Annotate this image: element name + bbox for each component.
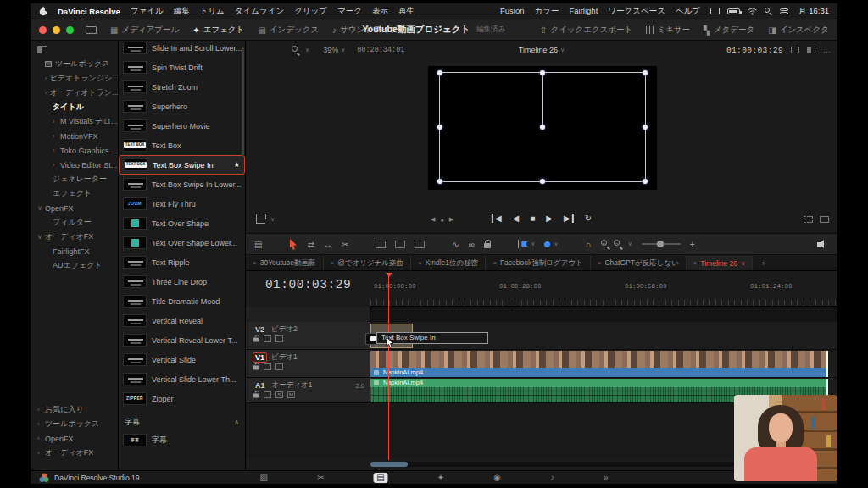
sidebar-item[interactable]: ›お気に入り bbox=[31, 402, 118, 417]
metadata-button[interactable]: ▚メタデータ bbox=[704, 25, 754, 36]
sidebar-item[interactable]: ›Toko Graphics ... bbox=[31, 143, 118, 158]
title-item[interactable]: Title Dramatic Mood bbox=[119, 291, 245, 311]
last-frame-button[interactable]: ▶ bbox=[564, 214, 574, 223]
current-frame-icon[interactable]: ● bbox=[440, 217, 443, 223]
fullscreen-icon[interactable] bbox=[820, 216, 829, 223]
add-button[interactable]: + bbox=[690, 240, 695, 249]
transform-handle[interactable] bbox=[643, 179, 648, 184]
page-media-icon[interactable]: ▧ bbox=[260, 473, 268, 482]
sidebar-item[interactable]: フィルター bbox=[31, 215, 118, 230]
stop-button[interactable]: ■ bbox=[530, 214, 535, 223]
timeline-selector[interactable]: Timeline 26∨ bbox=[519, 46, 565, 54]
title-item[interactable]: Superhero Movie bbox=[119, 116, 245, 136]
maximize-window-button[interactable] bbox=[66, 26, 74, 34]
timeline-tab[interactable]: ×@でオリジナル楽曲 bbox=[324, 256, 412, 270]
title-item[interactable]: Text Over Shape Lower... bbox=[119, 233, 245, 252]
zoom-out-icon[interactable]: − bbox=[614, 240, 623, 249]
close-tab-icon[interactable]: × bbox=[418, 259, 422, 267]
transform-handle[interactable] bbox=[437, 125, 442, 130]
close-tab-icon[interactable]: × bbox=[598, 259, 602, 267]
close-window-button[interactable] bbox=[39, 26, 47, 34]
timeline-tab[interactable]: ×30Youtube動画新 bbox=[246, 256, 324, 270]
title-item[interactable]: Text Over Shape bbox=[119, 214, 245, 233]
sidebar-item[interactable]: エフェクト bbox=[31, 186, 118, 201]
track-enable-icon[interactable] bbox=[275, 336, 283, 342]
favorite-star-icon[interactable]: ★ bbox=[234, 161, 240, 169]
titles-scrollbar[interactable] bbox=[242, 47, 244, 156]
menubar-menu[interactable]: ファイル bbox=[131, 6, 164, 17]
replace-clip-icon[interactable] bbox=[415, 241, 425, 248]
track-lock-icon[interactable] bbox=[253, 366, 259, 370]
timeline-tab[interactable]: ×Timeline 26∨ bbox=[687, 256, 753, 270]
viewer-options-icon[interactable]: … bbox=[823, 46, 831, 54]
close-tab-icon[interactable]: × bbox=[331, 259, 335, 267]
viewer-zoom-select[interactable]: 39%∨ bbox=[323, 46, 345, 54]
sidebar-item[interactable]: ›ビデオトランジシ... bbox=[31, 71, 118, 86]
track-header-a1[interactable]: A1 オーディオ1 2.0 S M bbox=[246, 378, 370, 402]
title-item[interactable]: Spin Twist Drift bbox=[119, 58, 245, 77]
sidebar-item[interactable]: ›オーディオFX bbox=[31, 446, 118, 460]
playhead[interactable] bbox=[388, 273, 389, 460]
title-item[interactable]: 字幕字幕 bbox=[119, 430, 245, 450]
sidebar-item[interactable]: ›M Visuals テロ... bbox=[31, 114, 118, 129]
first-frame-button[interactable]: ◀ bbox=[492, 214, 502, 223]
menubar-clock[interactable]: 月 16:31 bbox=[798, 6, 829, 17]
menubar-menu[interactable]: マーク bbox=[337, 6, 362, 17]
title-item[interactable]: Vertical Reveal Lower T... bbox=[119, 330, 245, 350]
sidebar-item[interactable]: ›OpenFX bbox=[31, 431, 118, 446]
viewer-mode-button[interactable]: ∨ bbox=[256, 214, 275, 224]
menubar-menu[interactable]: Fusion bbox=[500, 6, 525, 17]
title-item[interactable]: Three Line Drop bbox=[119, 272, 245, 291]
sidebar-item[interactable]: ジェネレーター bbox=[31, 172, 118, 186]
transform-handle[interactable] bbox=[437, 179, 442, 184]
solo-button[interactable]: S bbox=[275, 391, 283, 398]
menubar-menu[interactable]: ヘルプ bbox=[676, 6, 700, 17]
auto-select-icon[interactable] bbox=[264, 391, 271, 398]
spotlight-icon[interactable] bbox=[765, 8, 772, 15]
title-item[interactable]: TEXT BOXText Box Swipe In★ bbox=[119, 155, 245, 175]
zoom-in-icon[interactable]: + bbox=[601, 240, 610, 249]
single-viewer-icon[interactable] bbox=[791, 47, 799, 53]
transform-handle[interactable] bbox=[643, 70, 648, 75]
trim-edit-tool-icon[interactable]: ⇄ bbox=[307, 240, 314, 249]
track-enable-icon[interactable] bbox=[275, 363, 283, 370]
link-clips-icon[interactable]: ∞ bbox=[469, 240, 475, 249]
zoom-slider[interactable] bbox=[642, 243, 681, 245]
loop-button[interactable]: ↻ bbox=[585, 214, 592, 223]
quick-export-button[interactable]: ⇧クイックエクスポート bbox=[540, 25, 632, 36]
page-fusion-icon[interactable]: ✦ bbox=[437, 473, 444, 482]
title-item[interactable]: Slide In and Scroll Lower... bbox=[119, 41, 245, 58]
close-tab-icon[interactable]: × bbox=[253, 259, 257, 267]
track-lock-icon[interactable] bbox=[253, 394, 259, 398]
sidebar-item[interactable]: ›ツールボックス bbox=[31, 417, 118, 431]
timeline-tab[interactable]: ×Kindle1位の秘密 bbox=[411, 256, 486, 270]
close-tab-icon[interactable]: × bbox=[693, 259, 698, 267]
menubar-menu[interactable]: 編集 bbox=[174, 6, 190, 17]
title-item[interactable]: Text Ripple bbox=[119, 252, 245, 272]
expand-viewer-icon[interactable] bbox=[807, 47, 815, 53]
menubar-menu[interactable]: 再生 bbox=[398, 6, 415, 17]
timeline-ruler[interactable]: 01:00:00:0001:00:28:0001:00:56:0001:01:2… bbox=[370, 271, 837, 307]
new-timeline-tab-button[interactable]: + bbox=[753, 256, 774, 270]
title-item[interactable]: Vertical Slide bbox=[119, 350, 245, 369]
marker-button[interactable]: ∨ bbox=[544, 241, 558, 247]
selection-tool-icon[interactable] bbox=[289, 239, 298, 250]
title-item[interactable]: Superhero bbox=[119, 97, 245, 116]
battery-icon[interactable] bbox=[727, 8, 740, 14]
panel-toggle-icon[interactable] bbox=[37, 46, 47, 53]
dynamic-trim-tool-icon[interactable]: ↔ bbox=[324, 240, 332, 249]
prev-marker-icon[interactable]: ◀ bbox=[431, 216, 435, 223]
position-lock-icon[interactable] bbox=[484, 243, 491, 248]
index-button[interactable]: ▤インデックス bbox=[258, 25, 319, 36]
timeline-view-options-icon[interactable]: ▤ bbox=[254, 240, 262, 249]
title-item[interactable]: Text Box Swipe In Lower... bbox=[119, 175, 245, 194]
menubar-menu[interactable]: Fairlight bbox=[569, 6, 598, 17]
inspector-button[interactable]: ◨インスペクタ bbox=[768, 25, 829, 36]
match-frame-icon[interactable] bbox=[804, 216, 813, 223]
menubar-menu[interactable]: 表示 bbox=[372, 6, 388, 17]
page-color-icon[interactable]: ◉ bbox=[493, 473, 501, 482]
sidebar-item[interactable]: ∨OpenFX bbox=[31, 201, 118, 215]
menubar-app-name[interactable]: DaVinci Resolve bbox=[58, 7, 120, 16]
search-icon[interactable] bbox=[292, 46, 300, 54]
sidebar-item[interactable]: AUエフェクト bbox=[31, 258, 118, 273]
